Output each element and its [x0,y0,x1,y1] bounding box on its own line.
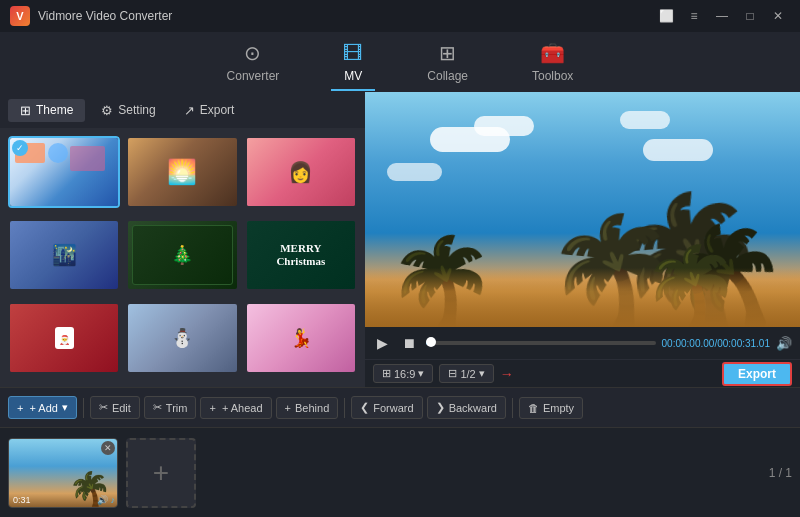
nav-collage-label: Collage [427,69,468,83]
theme-item-christmas[interactable]: 🎄 Christmas Eve [126,219,238,296]
theme-item-simple[interactable]: 🌃 Simple [8,219,120,296]
toolbox-icon: 🧰 [540,41,565,65]
tab-export[interactable]: ↗ Export [172,99,247,122]
theme-item-happy[interactable]: 👩 Happy [245,136,357,213]
tab-setting[interactable]: ⚙ Setting [89,99,167,122]
cloud-4 [620,111,670,129]
left-panel: ⊞ Theme ⚙ Setting ↗ Export [0,92,365,387]
play-button[interactable]: ▶ [373,333,392,353]
volume-button[interactable]: 🔊 [776,336,792,351]
converter-icon: ⊙ [244,41,261,65]
app-logo: V [10,6,30,26]
theme-label-simple: Simple [8,294,120,296]
collage-icon: ⊞ [439,41,456,65]
timeline-area: 🌴 ✕ 0:31 🔊 ♪ + 1 / 1 [0,427,800,517]
preview-background: 🌴 🌴 🌴 🌴 🌴 [365,92,800,327]
ahead-plus-icon: + [209,402,215,414]
player-controls-row1: ▶ ⏹ 00:00:00.00/00:00:31.01 🔊 [365,327,800,359]
theme-thumb-happy: 👩 [245,136,357,208]
theme-label-current: Current [8,211,120,213]
backward-button[interactable]: ❯ Backward [427,396,506,419]
theme-label-neat: Neat [126,211,238,213]
nav-toolbox[interactable]: 🧰 Toolbox [520,37,585,87]
title-bar-left: V Vidmore Video Converter [10,6,172,26]
theme-thumb-merry: MERRYChristmas [245,219,357,291]
main-content: ⊞ Theme ⚙ Setting ↗ Export [0,92,800,387]
nav-toolbox-label: Toolbox [532,69,573,83]
tab-theme[interactable]: ⊞ Theme [8,99,85,122]
clip-audio-icon: 🔊 [97,495,108,505]
clip-music-icon: ♪ [111,495,116,505]
maximize-button[interactable]: □ [738,6,762,26]
progress-bar[interactable] [426,341,656,345]
theme-item-merry[interactable]: MERRYChristmas Merry Christmas [245,219,357,296]
forward-arrow-icon: ❮ [360,401,369,414]
separator-3 [512,398,513,418]
theme-thumb-neat: 🌅 [126,136,238,208]
menu-button[interactable]: ≡ [682,6,706,26]
theme-label-christmas: Christmas Eve [126,294,238,296]
ahead-button[interactable]: + + Ahead [200,397,271,419]
clip-close-button[interactable]: ✕ [101,441,115,455]
trim-button[interactable]: ✂ Trim [144,396,197,419]
app-title: Vidmore Video Converter [38,9,172,23]
separator-1 [83,398,84,418]
nav-converter-label: Converter [227,69,280,83]
nav-mv[interactable]: 🎞 MV [331,38,375,87]
export-arrow-icon: ↗ [184,103,195,118]
time-display: 00:00:00.00/00:00:31.01 [662,338,770,349]
theme-item-snowy[interactable]: ⛄ Snowy Night [126,302,238,379]
split-icon: ⊟ [448,367,457,380]
stop-button[interactable]: ⏹ [398,333,420,353]
bottom-toolbar: + + Add ▾ ✂ Edit ✂ Trim + + Ahead + Behi… [0,387,800,427]
trim-scissors-icon: ✂ [153,401,162,414]
theme-label-santa: Santa Claus [8,377,120,379]
chat-button[interactable]: ⬜ [654,6,678,26]
theme-item-neat[interactable]: 🌅 Neat [126,136,238,213]
behind-plus-icon: + [285,402,291,414]
window-controls: ⬜ ≡ — □ ✕ [654,6,790,26]
nav-converter[interactable]: ⊙ Converter [215,37,292,87]
add-chevron-icon: ▾ [62,401,68,414]
clip-duration: 0:31 [13,495,31,505]
export-button[interactable]: Export [722,362,792,386]
theme-grid: ✓ Current 🌅 Neat 👩 [0,128,365,387]
theme-grid-icon: ⊞ [20,103,31,118]
split-button[interactable]: ⊟ 1/2 ▾ [439,364,493,383]
edit-button[interactable]: ✂ Edit [90,396,140,419]
theme-thumb-snowy: ⛄ [126,302,238,374]
theme-thumb-christmas: 🎄 [126,219,238,291]
ratio-button[interactable]: ⊞ 16:9 ▾ [373,364,433,383]
theme-label-happy: Happy [245,211,357,213]
empty-trash-icon: 🗑 [528,402,539,414]
cloud-2 [474,116,534,136]
close-button[interactable]: ✕ [766,6,790,26]
title-bar: V Vidmore Video Converter ⬜ ≡ — □ ✕ [0,0,800,32]
backward-arrow-icon: ❯ [436,401,445,414]
right-panel: 🌴 🌴 🌴 🌴 🌴 ▶ ⏹ 00:00:00.00/00:00:31.01 🔊 [365,92,800,387]
timeline-clip-1[interactable]: 🌴 ✕ 0:31 🔊 ♪ [8,438,118,508]
nav-collage[interactable]: ⊞ Collage [415,37,480,87]
page-indicator: 1 / 1 [769,466,792,480]
minimize-button[interactable]: — [710,6,734,26]
export-arrow-indicator: → [500,366,514,382]
theme-label-merry: Merry Christmas [245,294,357,296]
ratio-icon: ⊞ [382,367,391,380]
theme-item-stripes[interactable]: 💃 Stripes & Waves [245,302,357,379]
player-controls-row2: ⊞ 16:9 ▾ ⊟ 1/2 ▾ → Export [365,359,800,387]
theme-item-current[interactable]: ✓ Current [8,136,120,213]
nav-bar: ⊙ Converter 🎞 MV ⊞ Collage 🧰 Toolbox [0,32,800,92]
add-clip-button[interactable]: + [126,438,196,508]
sand-ground [365,268,800,327]
mv-icon: 🎞 [343,42,363,65]
selected-badge: ✓ [12,140,28,156]
theme-thumb-santa: 🎅 [8,302,120,374]
empty-button[interactable]: 🗑 Empty [519,397,583,419]
add-button[interactable]: + + Add ▾ [8,396,77,419]
progress-dot [426,337,436,347]
forward-button[interactable]: ❮ Forward [351,396,422,419]
theme-label-stripes: Stripes & Waves [245,377,357,379]
cloud-3 [643,139,713,161]
behind-button[interactable]: + Behind [276,397,339,419]
theme-item-santa[interactable]: 🎅 Santa Claus [8,302,120,379]
